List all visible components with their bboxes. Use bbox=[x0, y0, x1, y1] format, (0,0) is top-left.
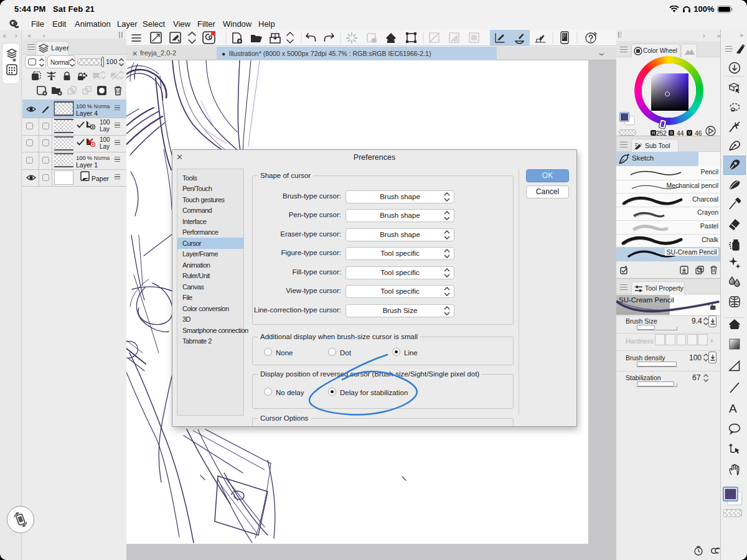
svg-text:▦: ▦ bbox=[12, 58, 16, 62]
